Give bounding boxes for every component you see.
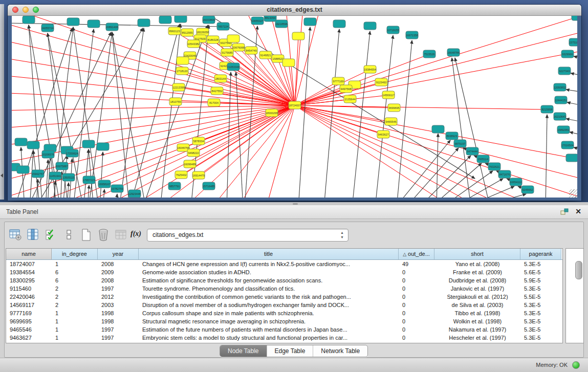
network-node[interactable]: 15751074	[569, 38, 577, 46]
network-node[interactable]: 9245652	[521, 186, 534, 193]
resize-grip[interactable]	[569, 189, 577, 198]
column-header-pagerank[interactable]: pagerank	[520, 249, 561, 259]
network-node[interactable]: 16958167	[98, 180, 111, 188]
network-node[interactable]: 20206576	[42, 150, 54, 158]
network-node[interactable]: 15716485	[203, 182, 215, 190]
network-node[interactable]: 5878334	[192, 137, 205, 145]
network-node[interactable]	[572, 16, 577, 20]
network-node[interactable]: 7857224	[217, 23, 229, 30]
network-node[interactable]: 16099489	[184, 160, 196, 168]
network-node[interactable]: 9175685	[221, 49, 233, 56]
network-node[interactable]	[23, 16, 35, 24]
network-node[interactable]: 9329966	[561, 50, 574, 58]
network-node[interactable]: 11451941	[49, 172, 61, 180]
network-node[interactable]: 17359924	[66, 149, 78, 157]
network-node[interactable]	[27, 141, 39, 149]
network-node[interactable]: 9699695	[388, 104, 400, 112]
network-node[interactable]: 16210643	[554, 113, 566, 120]
column-header-short[interactable]: short	[434, 249, 520, 259]
column-header-out-degree[interactable]: △out_de...	[399, 249, 434, 259]
network-node[interactable]	[282, 59, 295, 67]
network-node[interactable]: 16671358	[406, 31, 418, 39]
network-node[interactable]: 20891406	[106, 23, 118, 31]
network-canvas[interactable]: 1872400718300295896012389129551822605891…	[12, 16, 577, 198]
network-node[interactable]	[333, 20, 345, 28]
network-node[interactable]: 21053346	[227, 63, 239, 71]
network-node[interactable]: 9227343	[558, 67, 571, 75]
network-node[interactable]	[304, 18, 316, 26]
table-row[interactable]: 911546021997Tourette syndrome. Phenomeno…	[6, 285, 562, 293]
network-node[interactable]: 16648784	[447, 49, 460, 56]
network-node[interactable]	[292, 32, 304, 40]
network-node[interactable]	[97, 143, 109, 150]
network-node[interactable]: 9474444	[466, 147, 478, 155]
network-node[interactable]: 10719155	[387, 26, 399, 34]
table-row[interactable]: 1872400712008Changes of HCN gene express…	[6, 260, 562, 268]
table-row[interactable]: 2242004622012Investigating the contribut…	[6, 293, 562, 301]
network-node[interactable]: 13505115	[62, 173, 75, 181]
network-node[interactable]: 8427552	[211, 87, 223, 95]
network-node[interactable]	[159, 16, 171, 24]
table-row[interactable]: 1830029562008Estimation of significance …	[6, 276, 562, 285]
network-node[interactable]	[227, 35, 239, 42]
import-table-disabled-icon[interactable]	[114, 228, 128, 242]
network-node[interactable]: 7632621	[488, 163, 500, 170]
column-header-title[interactable]: title	[139, 249, 399, 259]
network-node[interactable]	[15, 138, 27, 146]
network-node[interactable]: 8454749	[245, 47, 257, 54]
tab-node-table[interactable]: Node Table	[220, 345, 267, 357]
close-panel-icon[interactable]: ✕	[575, 207, 581, 215]
network-node[interactable]: 9857791	[168, 182, 181, 190]
network-node[interactable]	[82, 140, 95, 148]
network-node[interactable]: 17016504	[561, 141, 574, 149]
column-header-in-degree[interactable]: in_degree	[52, 249, 98, 259]
column-header-year[interactable]: year	[98, 249, 139, 259]
delete-columns-icon[interactable]	[97, 228, 111, 242]
network-node[interactable]: 2718120	[176, 67, 188, 75]
network-node[interactable]: 12444151	[555, 96, 567, 104]
column-header-name[interactable]: name	[6, 249, 52, 259]
network-node[interactable]	[67, 18, 79, 26]
table-row[interactable]: 1456911722003Disruption of a novel membe…	[6, 301, 562, 309]
function-builder-icon[interactable]: f(x)	[130, 230, 145, 244]
table-row[interactable]: 977716911998Corpus callosum shape and si…	[6, 309, 562, 317]
network-node[interactable]: 1588520	[272, 55, 284, 62]
network-node[interactable]: 9497568	[340, 85, 352, 93]
network-node[interactable]: 12923448	[128, 190, 141, 198]
table-row[interactable]: 946554611997Estimation of the future num…	[6, 325, 562, 334]
checkbox-column-icon[interactable]	[62, 228, 76, 242]
network-node[interactable]: 8938923	[446, 132, 458, 140]
network-node[interactable]: 1810755	[169, 98, 182, 105]
network-node[interactable]: 93975887	[56, 162, 68, 170]
network-node[interactable]: 16033809	[203, 16, 215, 24]
panel-collapse-arrow-icon[interactable]	[1, 173, 3, 178]
network-node[interactable]: 15942757	[32, 170, 44, 178]
network-node[interactable]: 2935114	[477, 155, 489, 163]
network-node[interactable]: 18724007	[289, 101, 301, 109]
network-node[interactable]: 17957223	[83, 176, 95, 184]
network-node[interactable]: 9115460	[375, 78, 387, 86]
network-node[interactable]	[566, 154, 577, 162]
network-node[interactable]: 8813054	[264, 16, 276, 21]
network-node[interactable]: 19384554	[364, 65, 376, 73]
window-titlebar[interactable]: citations_edges.txt	[8, 5, 581, 16]
network-node[interactable]: 9465546	[385, 118, 397, 125]
network-node[interactable]: 6879197	[454, 140, 466, 147]
network-node[interactable]: 8186328	[207, 36, 219, 43]
network-node[interactable]: 18300295	[266, 109, 278, 117]
network-node[interactable]: 817004	[208, 99, 220, 106]
network-node[interactable]: 24055724	[41, 24, 54, 32]
network-node[interactable]: 9463627	[377, 130, 389, 138]
network-node[interactable]: 9146821	[259, 51, 272, 59]
tab-network-table[interactable]: Network Table	[313, 345, 367, 357]
network-node[interactable]: 8471676	[498, 170, 511, 178]
network-node[interactable]	[175, 16, 187, 23]
network-node[interactable]: 2135644	[344, 95, 356, 103]
network-node[interactable]	[177, 57, 189, 64]
network-node[interactable]: 16782759	[111, 185, 123, 192]
network-node[interactable]: 7515526	[423, 50, 435, 58]
table-row[interactable]: 946362711997Embryonic stem cells: a mode…	[6, 334, 562, 342]
network-node[interactable]: 19218596	[275, 20, 288, 28]
create-column-icon[interactable]	[79, 228, 94, 242]
network-node[interactable]	[88, 20, 100, 28]
